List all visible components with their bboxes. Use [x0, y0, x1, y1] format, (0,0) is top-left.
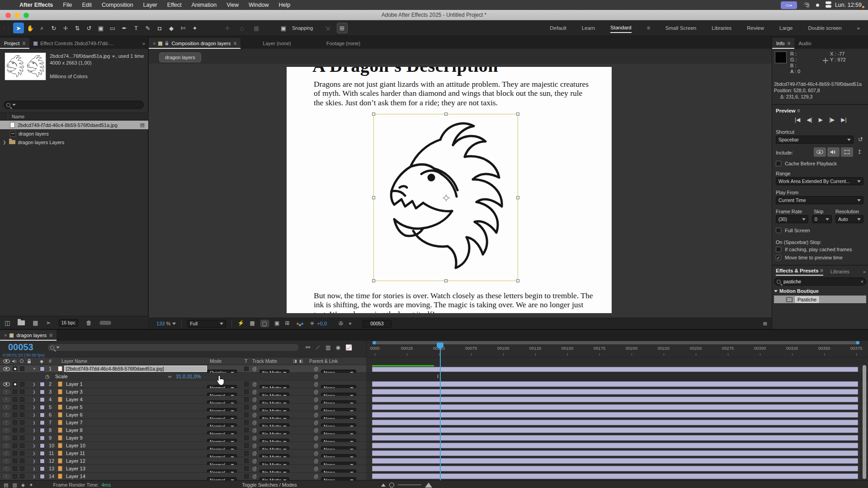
layer-duration-bar[interactable] — [372, 435, 858, 441]
rectangle-tool-icon[interactable]: ▭ — [107, 23, 118, 33]
tab-audio[interactable]: Audio — [794, 38, 815, 49]
layer-track[interactable] — [366, 427, 868, 434]
stopwatch-icon[interactable]: ◷ — [45, 374, 50, 380]
trash-icon[interactable]: 🗑 — [86, 319, 92, 326]
mask-visibility-icon[interactable]: ▣ — [274, 320, 279, 327]
layer-name[interactable]: Layer 7 — [66, 420, 83, 425]
project-bpc-button[interactable]: 16 bpc — [59, 319, 79, 327]
solo-toggle[interactable] — [20, 436, 24, 440]
layer-row[interactable]: ❯9Layer 9Normal@No Matte@None — [0, 434, 366, 442]
layer-visibility-toggle[interactable] — [3, 382, 10, 386]
snap-features-icon[interactable]: ⇲ — [322, 23, 333, 33]
zoom-chevron-icon[interactable] — [172, 323, 176, 325]
fast-preview-icon[interactable]: ⚡ — [237, 320, 244, 327]
layer-duration-bar[interactable] — [372, 381, 858, 387]
exposure-value[interactable]: +0,0 — [317, 321, 327, 326]
panel-menu-icon[interactable]: ≡ — [22, 40, 25, 47]
shortcut-dropdown[interactable]: Spacebar — [776, 136, 854, 144]
layer-duration-bar[interactable] — [372, 420, 858, 425]
include-video-toggle[interactable] — [814, 147, 826, 157]
layer-track[interactable] — [366, 442, 868, 450]
include-overlays-toggle[interactable] — [841, 147, 853, 157]
orbit-camera-tool-icon[interactable]: ✛ — [222, 23, 233, 33]
expander-icon[interactable]: ❯ — [33, 451, 36, 455]
tab-libraries[interactable]: Libraries — [830, 269, 849, 274]
property-pickwhip-icon[interactable]: @ — [314, 374, 318, 379]
new-folder-icon[interactable] — [18, 320, 25, 325]
parent-pickwhip-icon[interactable]: @ — [314, 382, 318, 387]
workspace-double-screen[interactable]: Double screen — [808, 23, 841, 33]
region-of-interest-icon[interactable]: ▢ — [260, 320, 269, 327]
layer-name[interactable]: Layer 12 — [66, 458, 85, 464]
puppet-pin-tool-icon[interactable]: ✦ — [189, 23, 200, 33]
viewer-timecode[interactable]: 00053 — [363, 320, 392, 328]
solo-toggle[interactable] — [20, 420, 24, 425]
layer-row[interactable]: ❯8Layer 8Normal@No Matte@None — [0, 427, 366, 434]
snap-bounding-box-icon[interactable]: ⊞ — [337, 23, 348, 33]
tab-project[interactable]: Project≡ — [0, 38, 29, 49]
scale-property-row[interactable]: ◷Scale∞31,0,31,0%@ — [0, 373, 366, 380]
audio-toggle[interactable] — [13, 428, 17, 432]
parent-pickwhip-icon[interactable]: @ — [314, 466, 318, 471]
cache-before-playback[interactable]: Cache Before Playback — [776, 161, 837, 166]
layer-row[interactable]: ❯7Layer 7Normal@No Matte@None — [0, 419, 366, 427]
project-item-composition[interactable]: dragon layers — [0, 129, 148, 138]
close-tab-icon[interactable]: × — [4, 333, 7, 338]
shy-layers-icon[interactable]: 𝈺 — [315, 344, 321, 351]
layer-row[interactable]: ❯6Layer 6Normal@No Matte@None — [0, 411, 366, 419]
tab-effect-controls[interactable]: Effect Controls 2bdcd749-f7dd-46c4 — [29, 38, 120, 49]
mode-column-header[interactable]: Mode — [210, 358, 222, 364]
layer-row[interactable]: ❯14Layer 14Normal@No Matte@None — [0, 473, 366, 480]
dolly-tool-icon[interactable]: ⇅ — [72, 23, 83, 33]
lock-icon[interactable] — [165, 41, 169, 46]
guides-icon[interactable]: ⊞ — [285, 320, 289, 327]
eraser-tool-icon[interactable]: ◆ — [166, 23, 177, 33]
parent-pickwhip-icon[interactable]: @ — [314, 459, 318, 464]
timeline-vertical-scrollbar[interactable] — [863, 365, 866, 479]
solo-toggle[interactable] — [20, 474, 24, 479]
go-to-end-button[interactable]: ▶| — [841, 117, 846, 123]
work-area-end-handle[interactable] — [856, 341, 859, 344]
audio-toggle[interactable] — [13, 389, 17, 394]
preserve-transparency-toggle[interactable] — [244, 451, 249, 455]
expander-icon[interactable]: ❯ — [33, 467, 36, 471]
parent-link-column-header[interactable]: Parent & Link — [309, 358, 338, 364]
workspace-learn[interactable]: Learn — [582, 23, 595, 33]
audio-toggle[interactable] — [13, 366, 17, 371]
preserve-transparency-toggle[interactable] — [244, 413, 249, 417]
audio-toggle[interactable] — [13, 451, 17, 455]
layer-track[interactable] — [366, 396, 868, 404]
zoom-out-mountain-icon[interactable] — [381, 483, 386, 487]
expander-icon[interactable]: ❯ — [33, 398, 36, 402]
expander-icon[interactable]: ❯ — [33, 413, 36, 417]
layer-name[interactable]: Layer 1 — [66, 381, 83, 387]
menu-layer[interactable]: Layer — [138, 2, 162, 8]
expand-transfer-controls-icon[interactable]: ▥ — [12, 482, 17, 488]
expander-icon[interactable]: ❯ — [33, 436, 36, 440]
toggle-switches-modes-button[interactable]: Toggle Switches / Modes — [242, 482, 297, 488]
pen-tool-icon[interactable]: ✒ — [119, 23, 130, 33]
layer-visibility-toggle[interactable] — [3, 405, 10, 409]
project-search-input[interactable] — [4, 101, 144, 109]
parent-pickwhip-icon[interactable]: @ — [314, 413, 318, 418]
solo-toggle[interactable] — [20, 366, 24, 371]
workspace-standard[interactable]: Standard — [610, 23, 632, 33]
snapping-icon[interactable]: ▣ — [278, 23, 289, 33]
layer-duration-bar[interactable] — [372, 466, 858, 471]
selection-handle[interactable] — [516, 196, 519, 199]
preserve-transparency-toggle[interactable] — [244, 474, 249, 479]
parent-pickwhip-icon[interactable]: @ — [314, 474, 318, 479]
workspace-small-screen[interactable]: Small Screen — [665, 23, 696, 33]
range-dropdown[interactable]: Work Area Extended By Current... — [776, 177, 863, 185]
track-matte-pickwhip-icon[interactable]: @ — [252, 420, 257, 425]
track-matte-pickwhip-icon[interactable]: @ — [252, 397, 257, 402]
screen-sharing-icon[interactable]: ▭● — [781, 1, 797, 9]
solo-toggle[interactable] — [20, 459, 24, 463]
layer-name[interactable]: Layer 5 — [66, 404, 83, 410]
type-tool-icon[interactable]: T — [131, 23, 142, 33]
track-matte-pickwhip-icon[interactable]: @ — [252, 474, 257, 479]
interpret-footage-icon[interactable]: ◫ — [5, 319, 10, 326]
exposure-icon[interactable]: ✳ — [310, 320, 314, 327]
zoom-slider-track[interactable] — [398, 484, 421, 485]
layer-row[interactable]: ❯10Layer 10Normal@No Matte@None — [0, 442, 366, 450]
